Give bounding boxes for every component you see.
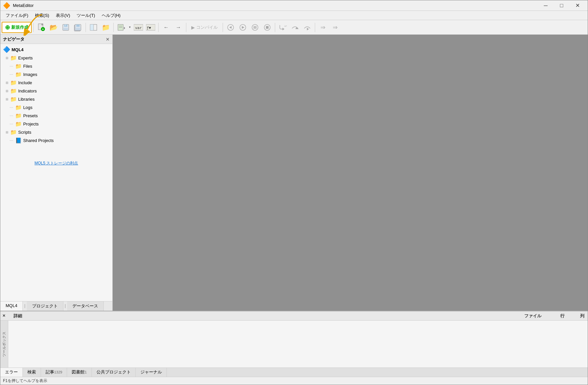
var-button[interactable]: var <box>132 22 144 33</box>
folder-indicators-icon: 📁 <box>10 88 17 94</box>
tree-line-presets: ···· <box>10 114 13 118</box>
menu-tools[interactable]: ツール(T) <box>74 12 98 19</box>
menu-help[interactable]: ヘルプ(H) <box>99 12 123 19</box>
tree-label-presets: Presets <box>23 113 38 118</box>
maximize-button[interactable]: □ <box>554 1 569 10</box>
nav-group: ← → <box>160 22 184 33</box>
menu-view[interactable]: 表示(V) <box>53 12 73 19</box>
run-back-button[interactable] <box>225 22 237 33</box>
separator-4 <box>158 23 159 32</box>
forward-button[interactable]: → <box>172 22 184 33</box>
jump-group: ⇒ ⇒ <box>317 22 341 33</box>
bottom-tab-search[interactable]: 検索 <box>23 368 41 377</box>
navigator-title: ナビゲータ <box>3 36 24 42</box>
svg-text:+: + <box>42 27 44 31</box>
tree-item-shared-projects[interactable]: ···· 📘 Shared Projects <box>0 136 112 145</box>
tree-label-files: Files <box>23 64 32 69</box>
tree-item-logs[interactable]: ···· 📁 Logs <box>0 103 112 112</box>
app-title: MetaEditor <box>13 3 34 8</box>
tree-item-presets[interactable]: ···· 📁 Presets <box>0 112 112 120</box>
navigator-tree: 🔷 MQL4 ⊞ 📁 Experts ···· 📁 Files ···· 📁 I… <box>0 44 112 301</box>
save-all-button[interactable] <box>72 22 84 33</box>
tree-line-projects: ···· <box>10 122 13 126</box>
title-bar-left: 🔶 MetaEditor <box>3 2 34 9</box>
bottom-content: ツールボックス <box>0 321 588 368</box>
navigator-panel: ナビゲータ ✕ 🔷 MQL4 ⊞ 📁 Experts ···· 📁 Files <box>0 35 113 311</box>
split-view-button[interactable] <box>88 22 99 33</box>
close-button[interactable]: ✕ <box>570 1 585 10</box>
bottom-tab-public-projects[interactable]: 公共プロジェクト <box>92 368 136 377</box>
bottom-tab-library[interactable]: 図書館1 <box>67 368 92 377</box>
bottom-panel: ✕ 詳細 ファイル 行 列 ツールボックス エラー 検索 記事1329 図書館1… <box>0 311 588 377</box>
bottom-col-col-header: 列 <box>580 313 584 319</box>
title-bar: 🔶 MetaEditor ─ □ ✕ <box>0 0 588 11</box>
view-group: 📁 <box>88 22 112 33</box>
menu-search[interactable]: 検索(S) <box>32 12 52 19</box>
separator-5 <box>186 23 186 32</box>
step-over-button[interactable] <box>289 22 301 33</box>
tree-root-mql4[interactable]: 🔷 MQL4 <box>0 45 112 54</box>
step-into-button[interactable]: ↩ <box>277 22 289 33</box>
file-ops-group: + 📂 <box>35 22 84 33</box>
mql5-storage-link[interactable]: MQL5 ストレージの利点 <box>0 158 112 169</box>
separator-8 <box>315 23 315 32</box>
tree-label-indicators: Indicators <box>18 88 37 93</box>
tree-label-images: Images <box>23 72 37 77</box>
folder-scripts-icon: 📁 <box>10 129 17 135</box>
editor-area <box>113 35 588 311</box>
tree-label-experts: Experts <box>18 55 33 60</box>
separator-6 <box>223 23 223 32</box>
jump-back-icon: ⇒ <box>333 24 338 31</box>
jump-forward-button[interactable]: ⇒ <box>317 22 329 33</box>
insert-button[interactable] <box>115 22 127 33</box>
tree-item-scripts[interactable]: ⊞ 📁 Scripts <box>0 128 112 136</box>
bottom-tabs: エラー 検索 記事1329 図書館1 公共プロジェクト ジャーナル <box>0 368 588 377</box>
svg-text:var: var <box>135 26 142 30</box>
minimize-button[interactable]: ─ <box>538 1 553 10</box>
svg-point-28 <box>252 24 258 30</box>
file-open-button[interactable]: 📁 <box>100 22 112 33</box>
bottom-tab-journal[interactable]: ジャーナル <box>136 368 167 377</box>
nav-tab-project[interactable]: プロジェクト <box>27 301 63 311</box>
tree-item-projects[interactable]: ···· 📁 Projects <box>0 120 112 128</box>
step-out-button[interactable] <box>301 22 313 33</box>
tree-item-experts[interactable]: ⊞ 📁 Experts <box>0 54 112 62</box>
new-file-button[interactable]: + <box>35 22 47 33</box>
run-button[interactable] <box>237 22 249 33</box>
open-button[interactable]: 📂 <box>48 22 59 33</box>
debug-group <box>225 22 273 33</box>
function-button[interactable]: ƒ▼ <box>145 22 157 33</box>
bottom-close-button[interactable]: ✕ <box>2 313 6 318</box>
navigator-close-button[interactable]: ✕ <box>106 37 110 42</box>
nav-tab-database[interactable]: データベース <box>67 301 104 311</box>
tree-root-label: MQL4 <box>12 47 23 52</box>
jump-forward-icon: ⇒ <box>320 24 325 31</box>
bottom-col-file-header: ファイル <box>524 313 541 319</box>
pause-button[interactable] <box>249 22 261 33</box>
bottom-tab-articles[interactable]: 記事1329 <box>41 368 67 377</box>
menu-file[interactable]: ファイル(F) <box>3 12 31 19</box>
jump-back-button[interactable]: ⇒ <box>329 22 341 33</box>
tree-item-files[interactable]: ···· 📁 Files <box>0 62 112 70</box>
step-group: ↩ <box>277 22 313 33</box>
tree-item-include[interactable]: ⊞ 📁 Include <box>0 79 112 87</box>
svg-rect-6 <box>65 24 66 26</box>
save-button[interactable] <box>60 22 72 33</box>
nav-tab-mql4[interactable]: MQL4 <box>0 301 23 311</box>
tree-label-projects: Projects <box>23 122 39 126</box>
tree-item-libraries[interactable]: ⊞ 📁 Libraries <box>0 95 112 103</box>
compile-icon: ▶ <box>191 25 195 30</box>
tree-line-scripts: ⊞ <box>6 130 8 134</box>
tree-item-images[interactable]: ···· 📁 Images <box>0 70 112 79</box>
forward-icon: → <box>176 24 181 30</box>
compile-button[interactable]: ▶ コンパイル <box>188 22 221 33</box>
stop-button[interactable] <box>261 22 273 33</box>
toolbox-label: ツールボックス <box>2 332 7 357</box>
new-button[interactable]: ⊕ 新規作成 <box>2 22 32 33</box>
back-button[interactable]: ← <box>160 22 172 33</box>
tree-item-indicators[interactable]: ⊞ 📁 Indicators <box>0 87 112 95</box>
bottom-tab-errors[interactable]: エラー <box>0 368 23 377</box>
svg-marker-25 <box>229 26 232 29</box>
tree-line: ⊞ <box>6 56 8 60</box>
insert-arrow-button[interactable]: ▼ <box>128 22 132 33</box>
